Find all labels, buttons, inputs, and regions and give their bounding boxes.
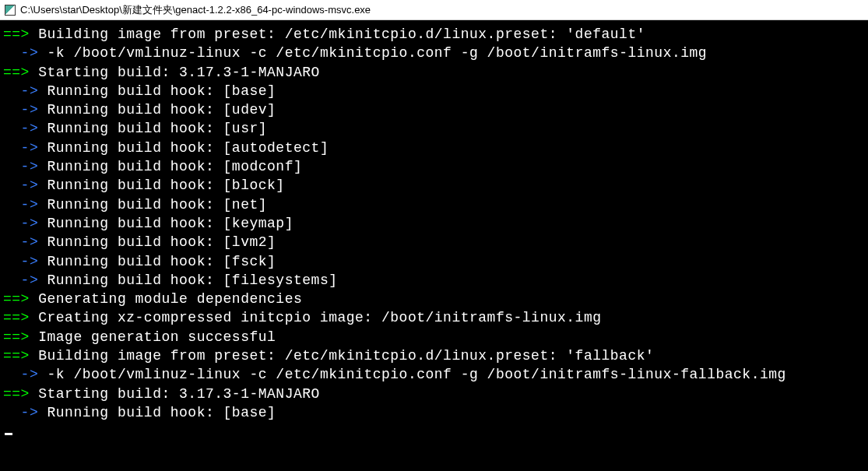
terminal-line: -> Running build hook: [udev] xyxy=(3,100,865,119)
terminal-line: -> Running build hook: [base] xyxy=(3,82,865,100)
arrow-main: ==> xyxy=(3,291,30,307)
arrow-sub: -> xyxy=(3,216,38,231)
terminal-text: Running build hook: [block] xyxy=(38,178,284,193)
terminal-line: -> -k /boot/vmlinuz-linux -c /etc/mkinit… xyxy=(3,365,865,384)
arrow-main: ==> xyxy=(3,26,30,42)
terminal-text: Building image from preset: /etc/mkinitc… xyxy=(30,348,654,364)
terminal-line: ==> Building image from preset: /etc/mki… xyxy=(3,346,865,365)
terminal-line: -> Running build hook: [fsck] xyxy=(3,252,865,271)
arrow-main: ==> xyxy=(3,310,30,325)
terminal-line: -> Running build hook: [lvm2] xyxy=(3,233,865,251)
terminal-line: -> Running build hook: [autodetect] xyxy=(3,139,865,157)
terminal-text: Running build hook: [net] xyxy=(38,197,267,213)
terminal-line: ==> Starting build: 3.17.3-1-MANJARO xyxy=(3,385,865,403)
terminal-text: -k /boot/vmlinuz-linux -c /etc/mkinitcpi… xyxy=(38,45,707,61)
terminal-line: -> Running build hook: [base] xyxy=(3,403,865,422)
window-title: C:\Users\star\Desktop\新建文件夹\genact-1.2.2… xyxy=(20,3,371,17)
terminal-text: Building image from preset: /etc/mkinitc… xyxy=(30,26,645,42)
terminal-text: Running build hook: [filesystems] xyxy=(38,272,337,288)
arrow-sub: -> xyxy=(3,140,38,156)
terminal-line: -> Running build hook: [filesystems] xyxy=(3,271,865,290)
arrow-main: ==> xyxy=(3,348,30,364)
terminal-line: -> -k /boot/vmlinuz-linux -c /etc/mkinit… xyxy=(3,44,865,62)
terminal-text: -k /boot/vmlinuz-linux -c /etc/mkinitcpi… xyxy=(38,367,786,382)
terminal-line: ==> Generating module dependencies xyxy=(3,290,865,308)
terminal-text: Starting build: 3.17.3-1-MANJARO xyxy=(30,386,320,402)
arrow-sub: -> xyxy=(3,197,38,213)
terminal-text: Running build hook: [modconf] xyxy=(38,159,302,174)
arrow-sub: -> xyxy=(3,178,38,193)
arrow-sub: -> xyxy=(3,405,38,420)
terminal-line: ==> Building image from preset: /etc/mki… xyxy=(3,25,865,44)
terminal-text: Running build hook: [usr] xyxy=(38,121,267,136)
terminal-text: Creating xz-compressed initcpio image: /… xyxy=(30,310,602,325)
terminal-line: ==> Image generation successful xyxy=(3,328,865,346)
arrow-main: ==> xyxy=(3,65,30,80)
terminal-text: Running build hook: [base] xyxy=(38,405,276,420)
terminal-line: -> Running build hook: [net] xyxy=(3,195,865,214)
arrow-sub: -> xyxy=(3,121,38,136)
terminal-output: ==> Building image from preset: /etc/mki… xyxy=(0,20,868,446)
terminal-line: -> Running build hook: [block] xyxy=(3,176,865,195)
arrow-sub: -> xyxy=(3,159,38,174)
cursor xyxy=(5,433,12,435)
cursor-line xyxy=(3,422,865,441)
terminal-text: Running build hook: [udev] xyxy=(38,102,276,118)
terminal-line: -> Running build hook: [keymap] xyxy=(3,214,865,233)
terminal-text: Running build hook: [keymap] xyxy=(38,216,293,231)
arrow-main: ==> xyxy=(3,329,30,345)
terminal-text: Starting build: 3.17.3-1-MANJARO xyxy=(30,65,320,80)
terminal-line: -> Running build hook: [modconf] xyxy=(3,157,865,176)
terminal-text: Running build hook: [autodetect] xyxy=(38,140,329,156)
arrow-sub: -> xyxy=(3,83,38,99)
terminal-text: Generating module dependencies xyxy=(30,291,302,307)
arrow-sub: -> xyxy=(3,254,38,269)
terminal-line: ==> Creating xz-compressed initcpio imag… xyxy=(3,308,865,327)
terminal-text: Running build hook: [lvm2] xyxy=(38,234,276,250)
terminal-line: ==> Starting build: 3.17.3-1-MANJARO xyxy=(3,63,865,82)
terminal-icon xyxy=(5,5,16,16)
arrow-sub: -> xyxy=(3,367,38,382)
terminal-text: Running build hook: [base] xyxy=(38,83,276,99)
terminal-text: Image generation successful xyxy=(30,329,276,345)
terminal-text: Running build hook: [fsck] xyxy=(38,254,276,269)
arrow-sub: -> xyxy=(3,272,38,288)
arrow-sub: -> xyxy=(3,102,38,118)
arrow-sub: -> xyxy=(3,234,38,250)
arrow-sub: -> xyxy=(3,45,38,61)
window-title-bar[interactable]: C:\Users\star\Desktop\新建文件夹\genact-1.2.2… xyxy=(0,0,868,20)
arrow-main: ==> xyxy=(3,386,30,402)
terminal-line: -> Running build hook: [usr] xyxy=(3,119,865,138)
